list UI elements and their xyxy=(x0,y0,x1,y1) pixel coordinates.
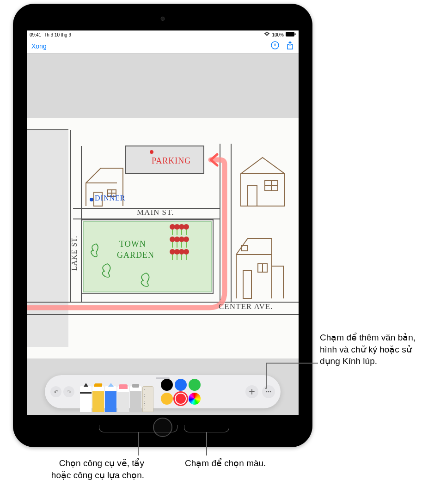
svg-point-21 xyxy=(183,249,189,255)
label-center-ave: CENTER AVE. xyxy=(219,302,273,311)
label-lake-st: LAKE ST. xyxy=(70,236,79,271)
lasso-tool[interactable] xyxy=(130,386,141,412)
label-main-st: MAIN ST. xyxy=(137,208,174,217)
callout-add-line xyxy=(266,363,318,364)
nav-bar: Xong xyxy=(27,39,299,54)
color-blue[interactable] xyxy=(175,379,187,391)
color-black[interactable] xyxy=(161,379,173,391)
svg-point-24 xyxy=(266,391,268,393)
redo-button[interactable] xyxy=(63,386,74,397)
done-button[interactable]: Xong xyxy=(31,43,47,50)
ipad-frame: 09:41 Th 3 10 thg 9 100% Xong xyxy=(13,4,312,447)
status-date: Th 3 10 thg 9 xyxy=(44,32,71,37)
svg-point-25 xyxy=(268,391,269,393)
screen: 09:41 Th 3 10 thg 9 100% Xong xyxy=(27,30,299,415)
callout-color: Chạm để chọn màu. xyxy=(185,457,291,469)
label-town: TOWN xyxy=(119,239,146,249)
battery-percent: 100% xyxy=(272,32,284,37)
status-bar: 09:41 Th 3 10 thg 9 100% xyxy=(27,30,299,39)
markup-icon[interactable] xyxy=(270,41,280,52)
svg-rect-8 xyxy=(243,271,251,298)
pencil-tool[interactable] xyxy=(105,386,116,412)
label-dinner: DINNER xyxy=(95,194,125,202)
drawing-tools xyxy=(80,375,153,408)
wifi-icon xyxy=(264,32,270,37)
status-time: 09:41 xyxy=(30,32,41,37)
svg-point-22 xyxy=(150,150,153,154)
svg-point-13 xyxy=(183,224,189,230)
color-picker-icon[interactable] xyxy=(189,393,201,405)
svg-rect-1 xyxy=(295,33,296,35)
add-button[interactable] xyxy=(245,385,258,398)
color-green[interactable] xyxy=(189,379,201,391)
ipad-bezel: 09:41 Th 3 10 thg 9 100% Xong xyxy=(17,7,309,443)
svg-point-26 xyxy=(270,391,271,393)
ruler-tool[interactable] xyxy=(142,386,153,412)
callout-tools: Chọn công cụ vẽ, tẩy hoặc công cụ lựa ch… xyxy=(47,457,144,481)
markup-toolbar xyxy=(45,375,281,408)
sketch-drawing xyxy=(27,118,299,358)
color-palette xyxy=(161,379,201,405)
more-button[interactable] xyxy=(262,385,275,398)
color-yellow[interactable] xyxy=(161,393,173,405)
svg-rect-0 xyxy=(286,32,294,36)
share-icon[interactable] xyxy=(286,41,294,52)
callout-add: Chạm để thêm văn bản, hình và chữ ký hoặ… xyxy=(320,332,422,367)
svg-rect-7 xyxy=(248,185,257,206)
battery-icon xyxy=(286,32,296,37)
undo-button[interactable] xyxy=(50,386,61,397)
toolbar-drag-handle[interactable] xyxy=(156,377,170,379)
pen-tool[interactable] xyxy=(80,386,92,412)
svg-point-23 xyxy=(90,198,93,201)
callout-color-bracket xyxy=(184,425,229,432)
content-area: PARKING DINNER MAIN ST. LAKE ST. TOWN GA… xyxy=(27,54,299,415)
callout-tools-bracket xyxy=(99,425,177,432)
eraser-tool[interactable] xyxy=(117,386,129,412)
color-red-selected[interactable] xyxy=(175,393,187,405)
label-garden: GARDEN xyxy=(117,250,154,260)
marker-tool[interactable] xyxy=(92,386,104,412)
svg-point-17 xyxy=(183,237,189,242)
label-parking: PARKING xyxy=(152,156,191,166)
front-camera xyxy=(161,17,165,21)
drawing-canvas[interactable]: PARKING DINNER MAIN ST. LAKE ST. TOWN GA… xyxy=(27,118,299,358)
